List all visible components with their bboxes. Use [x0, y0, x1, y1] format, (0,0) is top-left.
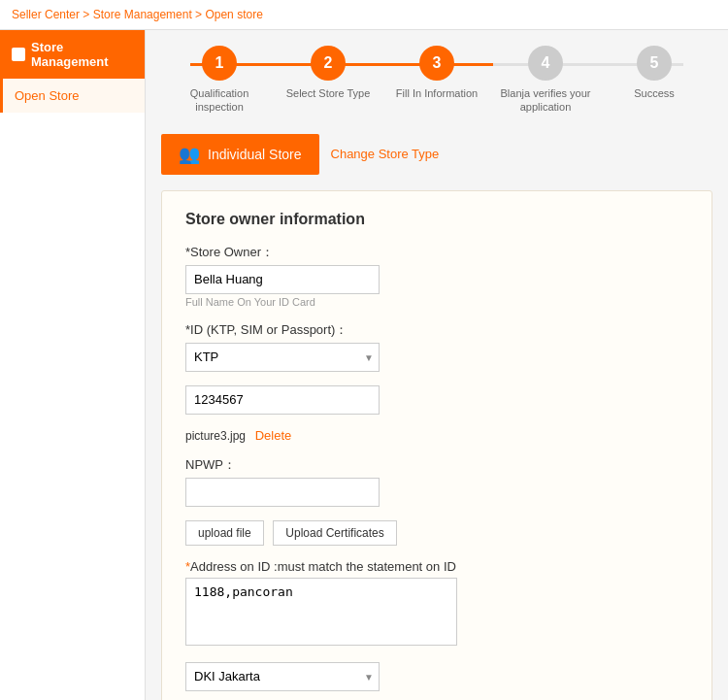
sidebar: Store Management Open Store [0, 30, 146, 700]
step-circle-4: 4 [528, 46, 563, 81]
step-3: 3 Fill In Information [388, 46, 485, 100]
step-2: 2 Select Store Type [280, 46, 377, 100]
step-1: 1 Qualification inspection [171, 46, 268, 115]
breadcrumb-text: Seller Center > Store Management > Open … [12, 8, 263, 21]
step-label-1: Qualification inspection [171, 86, 268, 115]
step-label-2: Select Store Type [286, 86, 371, 100]
npwp-group: NPWP： [185, 456, 688, 507]
id-file-group: picture3.jpg Delete [185, 428, 688, 443]
step-circle-2: 2 [311, 46, 346, 81]
province-group: DKI Jakarta Jawa Barat Jawa Tengah ▼ [185, 662, 688, 691]
step-label-5: Success [634, 86, 675, 100]
npwp-label: NPWP： [185, 456, 688, 474]
step-5: 5 Success [606, 46, 703, 100]
sidebar-title: Store Management [31, 40, 133, 69]
id-file-delete[interactable]: Delete [255, 428, 292, 443]
individual-store-button[interactable]: 👥 Individual Store [161, 134, 319, 175]
store-owner-label: *Store Owner： [185, 244, 688, 261]
step-label-3: Fill In Information [396, 86, 478, 100]
address-label: *Address on ID :must match the statement… [185, 559, 688, 574]
steps-container: 1 Qualification inspection 2 Select Stor… [161, 46, 712, 115]
step-circle-5: 5 [637, 46, 672, 81]
id-label: *ID (KTP, SIM or Passport)： [185, 321, 688, 339]
store-owner-hint: Full Name On Your ID Card [185, 296, 688, 308]
id-type-select-wrap: KTP SIM Passport ▼ [185, 343, 380, 372]
upload-file-button[interactable]: upload file [185, 520, 264, 546]
form-card: Store owner information *Store Owner： Fu… [161, 190, 712, 700]
address-textarea[interactable]: 1188,pancoran [185, 578, 457, 646]
breadcrumb: Seller Center > Store Management > Open … [0, 0, 728, 30]
step-circle-3: 3 [419, 46, 454, 81]
id-type-select[interactable]: KTP SIM Passport [185, 343, 380, 372]
change-store-type-link[interactable]: Change Store Type [331, 147, 440, 161]
main-content: 1 Qualification inspection 2 Select Stor… [146, 30, 728, 700]
people-icon: 👥 [179, 144, 200, 165]
address-group: *Address on ID :must match the statement… [185, 559, 688, 649]
province-select[interactable]: DKI Jakarta Jawa Barat Jawa Tengah [185, 662, 380, 691]
step-circle-1: 1 [202, 46, 237, 81]
sidebar-header: Store Management [0, 30, 145, 79]
upload-group: upload file Upload Certificates [185, 520, 688, 546]
id-type-group: *ID (KTP, SIM or Passport)： KTP SIM Pass… [185, 321, 688, 372]
store-icon [12, 48, 25, 61]
sidebar-item-open-store[interactable]: Open Store [0, 79, 145, 113]
province-select-wrap: DKI Jakarta Jawa Barat Jawa Tengah ▼ [185, 662, 380, 691]
step-label-4: Blanja verifies your application [497, 86, 594, 115]
id-number-input[interactable] [185, 385, 380, 415]
id-number-group [185, 385, 688, 415]
form-section-title: Store owner information [185, 211, 688, 228]
id-file-name: picture3.jpg [185, 429, 246, 443]
store-owner-input[interactable] [185, 265, 380, 294]
step-4: 4 Blanja verifies your application [497, 46, 594, 115]
upload-cert-button[interactable]: Upload Certificates [273, 520, 396, 546]
npwp-input[interactable] [185, 478, 380, 507]
store-owner-group: *Store Owner： Full Name On Your ID Card [185, 244, 688, 308]
store-type-bar: 👥 Individual Store Change Store Type [161, 134, 712, 175]
